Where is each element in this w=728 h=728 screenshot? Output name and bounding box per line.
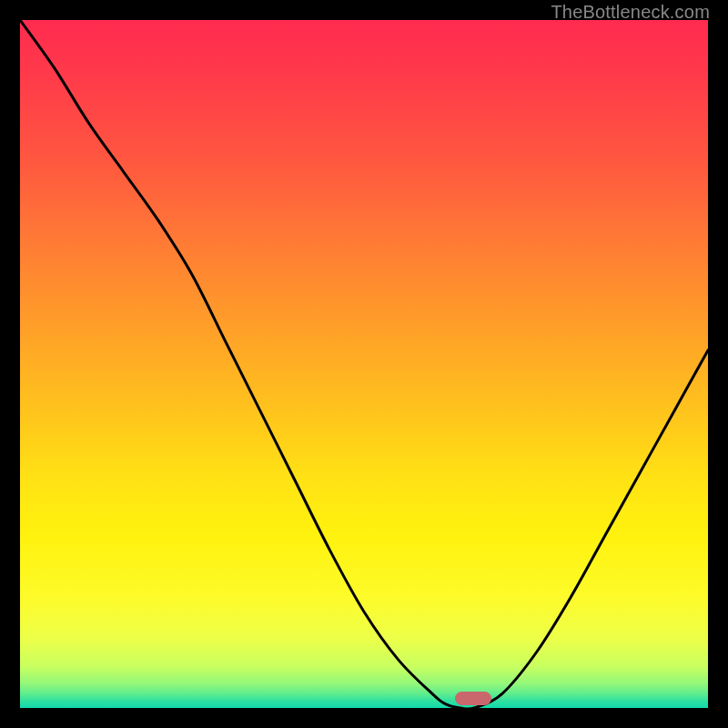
curve-path — [20, 20, 708, 708]
bottleneck-curve — [20, 20, 708, 708]
plot-area — [20, 20, 708, 708]
outer-frame: TheBottleneck.com — [0, 0, 728, 728]
optimal-marker — [455, 692, 491, 705]
